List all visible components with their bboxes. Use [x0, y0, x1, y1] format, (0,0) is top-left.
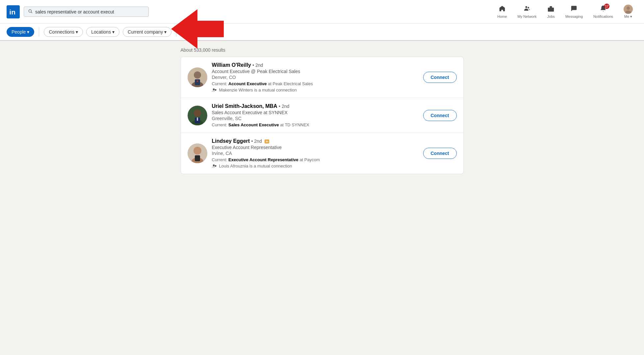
- filter-bar: People ▾ Connections ▾ Locations ▾ Curre…: [0, 24, 644, 41]
- nav-notifications-label: Notifications: [593, 14, 613, 18]
- all-filters-label: All filters: [186, 29, 203, 35]
- person-name[interactable]: Uriel Smith-Jackson, MBA: [212, 103, 277, 109]
- nav-jobs[interactable]: Jobs: [543, 3, 559, 20]
- person-info: Uriel Smith-Jackson, MBA • 2nd Sales Acc…: [212, 103, 419, 127]
- connect-button[interactable]: Connect: [423, 72, 457, 83]
- svg-point-7: [625, 11, 631, 14]
- person-name[interactable]: Lindsey Eggert: [212, 138, 250, 144]
- nav-me[interactable]: Me ▾: [619, 3, 637, 21]
- linkedin-logo[interactable]: in: [7, 5, 20, 18]
- locations-filter-label: Locations ▾: [91, 29, 115, 35]
- connect-button[interactable]: Connect: [423, 110, 457, 121]
- table-row: Uriel Smith-Jackson, MBA • 2nd Sales Acc…: [181, 98, 463, 133]
- svg-line-2: [31, 12, 32, 13]
- svg-point-6: [627, 7, 630, 10]
- nav-messaging-label: Messaging: [565, 14, 583, 18]
- main-content: About 533,000 results William: [174, 47, 470, 174]
- svg-rect-5: [548, 8, 554, 12]
- person-location: Greenville, SC: [212, 116, 419, 121]
- mutual-connection: Louis Afrouznia is a mutual connection: [212, 164, 419, 168]
- person-info: William O'Reilly • 2nd Account Executive…: [212, 62, 419, 92]
- network-icon: [524, 5, 531, 14]
- connections-filter-button[interactable]: Connections ▾: [44, 27, 83, 37]
- svg-point-1: [29, 10, 31, 12]
- person-degree: • 2nd: [279, 104, 289, 109]
- avatar[interactable]: [188, 106, 207, 125]
- nav-jobs-label: Jobs: [547, 14, 555, 18]
- mutual-text: Louis Afrouznia is a mutual connection: [219, 164, 292, 168]
- svg-point-26: [215, 165, 216, 166]
- nav-notifications[interactable]: 17 Notifications: [589, 3, 618, 20]
- all-filters-button[interactable]: All filters: [181, 27, 208, 37]
- results-count: About 533,000 results: [181, 47, 464, 53]
- avatar[interactable]: [188, 67, 207, 87]
- filter-divider-2: [176, 27, 176, 37]
- person-current: Current: Executive Account Representativ…: [212, 157, 419, 162]
- person-title: Account Executive @ Peak Electrical Sale…: [212, 69, 419, 74]
- top-navigation: in Home: [0, 0, 644, 24]
- person-name[interactable]: William O'Reilly: [212, 62, 251, 68]
- person-current: Current: Sales Account Executive at TD S…: [212, 122, 419, 127]
- nav-network-label: My Network: [518, 14, 537, 18]
- nav-home-label: Home: [497, 14, 507, 18]
- search-input[interactable]: [35, 9, 144, 14]
- people-filter-label: People ▾: [12, 29, 29, 35]
- svg-point-3: [525, 6, 527, 8]
- person-location: Denver, CO: [212, 75, 419, 80]
- avatar[interactable]: [188, 143, 207, 163]
- svg-rect-20: [197, 117, 198, 121]
- svg-point-4: [528, 7, 529, 9]
- nav-me-label: Me ▾: [624, 14, 632, 19]
- people-filter-button[interactable]: People ▾: [7, 27, 34, 37]
- table-row: William O'Reilly • 2nd Account Executive…: [181, 57, 463, 98]
- locations-filter-button[interactable]: Locations ▾: [86, 27, 119, 37]
- me-avatar: [624, 5, 633, 14]
- svg-point-15: [215, 89, 216, 90]
- search-icon: [28, 9, 33, 14]
- nav-messaging[interactable]: Messaging: [561, 3, 587, 20]
- search-bar: [24, 7, 149, 17]
- svg-point-10: [194, 71, 201, 79]
- person-title: Sales Account Executive at SYNNEX: [212, 110, 419, 115]
- results-card: William O'Reilly • 2nd Account Executive…: [181, 57, 464, 174]
- table-row: Lindsey Eggert • 2nd in Executive Accoun…: [181, 133, 463, 174]
- mutual-text: Makenzie Winters is a mutual connection: [219, 88, 297, 92]
- svg-text:in: in: [9, 8, 15, 16]
- bell-icon: 17: [600, 5, 607, 14]
- filter-divider-1: [39, 27, 39, 37]
- notifications-badge: 17: [604, 4, 609, 9]
- person-info: Lindsey Eggert • 2nd in Executive Accoun…: [212, 138, 419, 168]
- connections-filter-label: Connections ▾: [49, 29, 78, 35]
- person-location: Irvine, CA: [212, 151, 419, 156]
- mutual-connection: Makenzie Winters is a mutual connection: [212, 88, 419, 92]
- home-icon: [499, 5, 506, 14]
- person-degree: • 2nd: [252, 63, 263, 68]
- linkedin-badge: in: [265, 139, 269, 143]
- nav-home[interactable]: Home: [493, 3, 511, 20]
- person-current: Current: Account Executive at Peak Elect…: [212, 81, 419, 86]
- current-company-filter-label: Current company ▾: [128, 29, 167, 35]
- main-nav: Home My Network: [493, 3, 637, 21]
- svg-point-17: [194, 110, 201, 117]
- messaging-icon: [570, 5, 578, 14]
- current-company-filter-button[interactable]: Current company ▾: [123, 27, 171, 37]
- svg-point-14: [213, 88, 215, 90]
- svg-rect-24: [195, 155, 200, 161]
- nav-network[interactable]: My Network: [513, 3, 541, 20]
- svg-point-22: [193, 147, 201, 155]
- svg-point-25: [213, 164, 215, 166]
- person-title: Executive Account Representative: [212, 145, 419, 150]
- jobs-icon: [547, 5, 554, 14]
- person-degree: • 2nd: [251, 139, 262, 144]
- connect-button[interactable]: Connect: [423, 148, 457, 159]
